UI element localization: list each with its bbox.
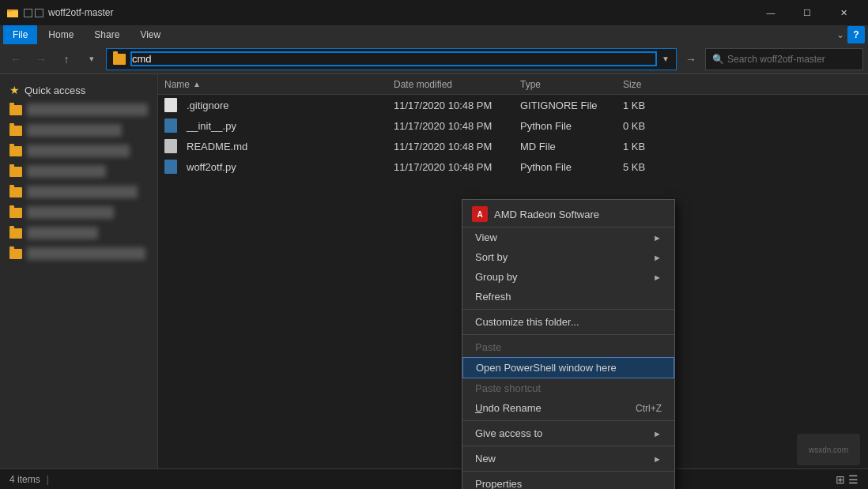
- file-size: 5 KB: [623, 161, 686, 173]
- file-date: 11/17/2020 10:48 PM: [394, 161, 520, 173]
- context-menu-header: A AMD Radeon Software: [462, 201, 674, 228]
- file-name: __init__.py: [187, 120, 236, 132]
- ctx-label: New: [475, 453, 496, 465]
- minimize-button[interactable]: —: [753, 0, 789, 25]
- sidebar-blurred-2[interactable]: [0, 120, 157, 141]
- file-icon: [164, 98, 177, 112]
- col-date-header[interactable]: Date modified: [394, 79, 520, 90]
- address-bar[interactable]: ▼: [106, 48, 677, 70]
- ctx-separator: [462, 446, 674, 446]
- search-input[interactable]: [727, 54, 856, 65]
- navigate-forward-button[interactable]: →: [680, 48, 702, 70]
- quick-access-label: Quick access: [25, 85, 85, 96]
- shortcut-label: Ctrl+Z: [636, 403, 662, 414]
- ribbon-collapse-icon[interactable]: ⌄: [836, 29, 844, 40]
- col-name-header[interactable]: Name ▲: [164, 79, 394, 90]
- ctx-separator: [462, 334, 674, 335]
- ctx-item-new[interactable]: New ►: [462, 449, 674, 468]
- blurred-label: [27, 227, 98, 239]
- context-menu: A AMD Radeon Software View ► Sort by ► G…: [462, 199, 675, 489]
- ctx-item-paste: Paste: [462, 337, 674, 357]
- blurred-label: [27, 165, 106, 178]
- tab-share[interactable]: Share: [85, 25, 129, 44]
- ctx-label: Undo Rename: [475, 402, 542, 414]
- tab-home[interactable]: Home: [39, 25, 83, 44]
- ctx-item-sort-by[interactable]: Sort by ►: [462, 247, 674, 267]
- address-dropdown-icon[interactable]: ▼: [662, 55, 670, 63]
- table-row[interactable]: .gitignore 11/17/2020 10:48 PM GITIGNORE…: [158, 95, 868, 115]
- tab-view[interactable]: View: [130, 25, 170, 44]
- address-input[interactable]: [130, 51, 657, 66]
- list-view-icon[interactable]: ☰: [848, 473, 859, 486]
- file-size: 1 KB: [623, 100, 686, 111]
- svg-rect-1: [7, 11, 18, 17]
- window-controls: — ☐ ✕: [753, 0, 862, 25]
- status-bar: 4 items | ⊞ ☰: [0, 468, 868, 489]
- file-icon: [164, 139, 177, 153]
- blurred-label: [27, 103, 148, 116]
- status-separator: |: [47, 474, 49, 485]
- file-size: 1 KB: [623, 141, 686, 152]
- file-type: Python File: [520, 120, 623, 132]
- ctx-item-customize[interactable]: Customize this folder...: [462, 312, 674, 332]
- ctx-item-refresh[interactable]: Refresh: [462, 287, 674, 307]
- grid-view-icon[interactable]: ⊞: [836, 473, 845, 486]
- amd-label: AMD Radeon Software: [494, 209, 599, 220]
- folder-icon: [9, 187, 22, 197]
- sidebar-item-quick-access[interactable]: ★ Quick access: [0, 81, 157, 100]
- name-label: Name: [164, 79, 190, 90]
- close-button[interactable]: ✕: [825, 0, 862, 25]
- blurred-label: [27, 206, 114, 219]
- file-type: Python File: [520, 161, 623, 173]
- file-date: 11/17/2020 10:48 PM: [394, 141, 520, 152]
- ctx-item-open-powershell[interactable]: Open PowerShell window here: [462, 357, 674, 378]
- tab-file[interactable]: File: [3, 25, 37, 44]
- watermark: wsxdn.com: [797, 434, 860, 465]
- ctx-item-undo-rename[interactable]: Undo Rename Ctrl+Z: [462, 398, 674, 418]
- maximize-button[interactable]: ☐: [789, 0, 825, 25]
- ctx-item-give-access[interactable]: Give access to ►: [462, 423, 674, 443]
- search-box[interactable]: 🔍: [705, 48, 863, 70]
- col-type-header[interactable]: Type: [520, 79, 623, 90]
- file-list-header: Name ▲ Date modified Type Size: [158, 74, 868, 95]
- submenu-arrow: ►: [653, 253, 662, 262]
- sidebar-blurred-7[interactable]: [0, 223, 157, 243]
- folder-icon: [9, 105, 22, 115]
- main-layout: ★ Quick access: [0, 74, 868, 468]
- table-row[interactable]: woff2otf.py 11/17/2020 10:48 PM Python F…: [158, 156, 868, 177]
- help-button[interactable]: ?: [847, 26, 865, 43]
- search-icon: 🔍: [712, 54, 724, 65]
- sidebar-blurred-3[interactable]: [0, 141, 157, 161]
- ctx-label: Paste: [475, 341, 501, 353]
- folder-icon: [9, 126, 22, 136]
- ctx-label: Paste shortcut: [475, 382, 541, 394]
- ctx-item-properties[interactable]: Properties: [462, 474, 674, 489]
- ctx-item-view[interactable]: View ►: [462, 228, 674, 247]
- table-row[interactable]: __init__.py 11/17/2020 10:48 PM Python F…: [158, 115, 868, 136]
- ctx-item-paste-shortcut: Paste shortcut: [462, 378, 674, 398]
- file-icon: [164, 160, 177, 174]
- item-count: 4 items: [9, 474, 40, 485]
- ctx-separator: [462, 309, 674, 310]
- app-icon: [6, 6, 19, 19]
- title-bar: woff2otf-master — ☐ ✕: [0, 0, 868, 25]
- sidebar-blurred-8[interactable]: [0, 243, 157, 264]
- ctx-item-group-by[interactable]: Group by ►: [462, 267, 674, 287]
- file-name: .gitignore: [187, 100, 228, 111]
- sidebar-blurred-4[interactable]: [0, 161, 157, 182]
- file-type: MD File: [520, 141, 623, 152]
- sidebar-blurred-5[interactable]: [0, 182, 157, 202]
- col-size-header[interactable]: Size: [623, 79, 686, 90]
- sidebar-blurred-1[interactable]: [0, 100, 157, 120]
- ctx-label: Give access to: [475, 427, 542, 439]
- table-row[interactable]: README.md 11/17/2020 10:48 PM MD File 1 …: [158, 136, 868, 156]
- file-icon: [164, 118, 177, 133]
- sidebar-blurred-6[interactable]: [0, 202, 157, 223]
- sort-arrow: ▲: [193, 80, 201, 88]
- submenu-arrow: ►: [653, 273, 662, 282]
- forward-button[interactable]: →: [30, 48, 52, 70]
- recent-button[interactable]: ▾: [81, 48, 103, 70]
- title-squares: [24, 9, 43, 17]
- up-button[interactable]: ↑: [55, 48, 77, 70]
- back-button[interactable]: ←: [5, 48, 27, 70]
